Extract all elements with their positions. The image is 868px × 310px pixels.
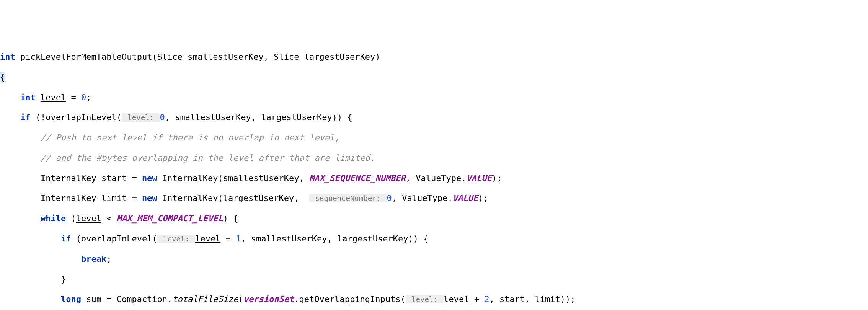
params: (Slice smallestUserKey, Slice largestUse…: [152, 52, 380, 62]
text: );: [492, 173, 502, 183]
comment: // Push to next level if there is no ove…: [41, 133, 339, 142]
keyword-if: if: [20, 113, 31, 122]
text: );: [478, 193, 488, 203]
code-line[interactable]: if (overlapInLevel( level: level + 1, sm…: [0, 234, 868, 244]
code-editor[interactable]: int pickLevelForMemTableOutput(Slice sma…: [0, 42, 868, 310]
text: InternalKey(smallestUserKey,: [157, 173, 309, 183]
code-line[interactable]: if (!overlapInLevel( level: 0, smallestU…: [0, 113, 868, 122]
text: , ValueType.: [392, 193, 453, 203]
parameter-hint: level:: [406, 295, 444, 303]
enum-value: VALUE: [467, 173, 492, 183]
variable-level: level: [444, 294, 469, 304]
text: (overlapInLevel(: [71, 234, 157, 243]
text: , smallestUserKey, largestUserKey)) {: [165, 113, 352, 122]
number-literal: 2: [484, 294, 489, 304]
text: , smallestUserKey, largestUserKey)) {: [241, 234, 428, 243]
text: +: [469, 294, 484, 304]
code-line[interactable]: int pickLevelForMemTableOutput(Slice sma…: [0, 52, 868, 62]
constant: MAX_SEQUENCE_NUMBER: [309, 173, 406, 183]
text: , start, limit));: [489, 294, 575, 304]
comment: // and the #bytes overlapping in the lev…: [41, 153, 375, 163]
text: InternalKey limit =: [41, 193, 142, 203]
text: , ValueType.: [406, 173, 467, 183]
code-line[interactable]: {: [0, 72, 868, 82]
parameter-hint: sequenceNumber:: [309, 194, 387, 202]
code-line[interactable]: }: [0, 274, 868, 284]
keyword-if: if: [61, 234, 71, 243]
parameter-hint: level:: [157, 235, 196, 243]
parameter-hint: level:: [122, 113, 160, 122]
semicolon: ;: [86, 93, 91, 102]
text: InternalKey(largestUserKey,: [157, 193, 304, 203]
number-literal: 0: [387, 193, 392, 203]
text: sum = Compaction.: [81, 294, 172, 304]
text: <: [101, 214, 117, 223]
static-method: totalFileSize: [172, 294, 238, 304]
keyword-int: int: [0, 52, 15, 62]
keyword-new: new: [142, 173, 157, 183]
semicolon: ;: [106, 254, 111, 264]
variable-level: level: [76, 214, 101, 223]
number-literal: 1: [236, 234, 241, 243]
code-line[interactable]: while (level < MAX_MEM_COMPACT_LEVEL) {: [0, 214, 868, 224]
keyword-break: break: [81, 254, 106, 264]
brace-close: }: [61, 274, 66, 284]
text: ) {: [223, 214, 238, 223]
keyword-new: new: [142, 193, 157, 203]
number-literal: 0: [160, 113, 165, 122]
text: InternalKey start =: [41, 173, 142, 183]
variable-level: level: [195, 234, 220, 243]
text: .getOverlappingInputs(: [294, 294, 405, 304]
keyword-while: while: [41, 214, 66, 223]
variable-level: level: [41, 93, 66, 102]
field-ref: versionSet: [243, 294, 294, 304]
keyword-long: long: [61, 294, 81, 304]
number-literal: 0: [81, 93, 86, 102]
constant: MAX_MEM_COMPACT_LEVEL: [117, 214, 223, 223]
code-line[interactable]: InternalKey start = new InternalKey(smal…: [0, 173, 868, 183]
text: +: [220, 234, 236, 243]
text: (: [238, 294, 243, 304]
keyword-int: int: [20, 93, 36, 102]
text: (!overlapInLevel(: [30, 113, 121, 122]
enum-value: VALUE: [453, 193, 478, 203]
code-line[interactable]: // and the #bytes overlapping in the lev…: [0, 153, 868, 163]
text: =: [66, 93, 81, 102]
brace-open-highlighted: {: [0, 72, 5, 82]
code-line[interactable]: break;: [0, 254, 868, 264]
code-line[interactable]: int level = 0;: [0, 93, 868, 103]
code-line[interactable]: long sum = Compaction.totalFileSize(vers…: [0, 294, 868, 304]
code-line[interactable]: InternalKey limit = new InternalKey(larg…: [0, 193, 868, 203]
code-line[interactable]: // Push to next level if there is no ove…: [0, 133, 868, 143]
method-name: pickLevelForMemTableOutput: [20, 52, 152, 62]
text: (: [66, 214, 76, 223]
